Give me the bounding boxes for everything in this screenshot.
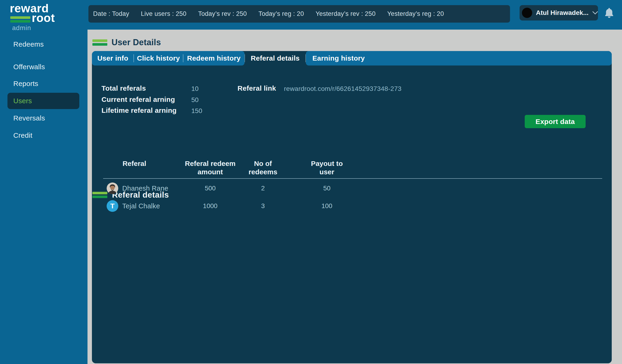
app-logo: reward root admin [10, 3, 55, 32]
stat-yesterdays-reg: Yesterday’s reg : 20 [387, 10, 444, 18]
sidebar-item-label: Credit [13, 131, 32, 139]
double-bars-icon [92, 39, 107, 46]
user-menu[interactable]: Atul Hirawadek... [520, 5, 598, 20]
table-row: T Tejal Chalke 1000 3 100 [92, 200, 612, 212]
tab-group-left: User info Click history Redeem history [92, 51, 245, 66]
bell-icon[interactable] [605, 7, 614, 19]
current-referal-arning-value: 50 [191, 96, 198, 104]
stat-todays-reg: Today’s reg : 20 [258, 10, 304, 18]
tab-label: Redeem history [187, 54, 241, 62]
payout-cell: 100 [322, 202, 332, 210]
tab-referal-details-active[interactable]: Referal details [245, 51, 306, 66]
tab-bar: User info Click history Redeem history R… [92, 51, 612, 66]
tab-user-info[interactable]: User info [92, 51, 134, 66]
referal-user-name: Tejal Chalke [122, 202, 160, 210]
col-header-redeem-amount: Referal redeem amount [185, 159, 236, 176]
tab-earning-history[interactable]: Earning history [306, 51, 612, 66]
stat-yesterdays-rev: Yesterday’s rev : 250 [316, 10, 376, 18]
total-referals-value: 10 [191, 85, 198, 92]
sidebar-item-reversals[interactable]: Reversals [13, 113, 45, 123]
sidebar-item-label: Offerwalls [13, 63, 45, 71]
sidebar-item-credit[interactable]: Credit [13, 130, 32, 141]
tab-label: Click history [137, 54, 180, 62]
tab-separator [245, 54, 245, 62]
sidebar-item-offerwalls[interactable]: Offerwalls [13, 62, 45, 72]
payout-cell: 50 [323, 184, 330, 192]
col-header-payout: Payout to user [311, 159, 343, 176]
logo-bars-icon [10, 16, 30, 23]
stats-bar: Date : Today Live users : 250 Today’s re… [88, 5, 510, 23]
no-of-redeems-cell: 3 [261, 202, 265, 210]
current-referal-arning-label: Current referal arning [101, 95, 175, 104]
sidebar-item-users[interactable]: Users [7, 93, 79, 109]
referal-link-value[interactable]: rewardroot.com/r/66261452937348-273 [284, 85, 402, 92]
lifetime-referal-arning-label: Lifetime referal arning [101, 107, 177, 114]
user-details-panel: User info Click history Redeem history R… [92, 51, 612, 363]
avatar [522, 8, 532, 18]
tab-redeem-history[interactable]: Redeem history [183, 51, 245, 66]
page-title: User Details [112, 37, 161, 47]
stat-live-users: Live users : 250 [141, 10, 186, 18]
page-heading: User Details [92, 36, 161, 49]
referal-link-label: Referal link [237, 84, 276, 92]
person-photo-icon [107, 182, 118, 194]
export-data-button[interactable]: Export data [525, 115, 586, 128]
sidebar-item-label: Users [13, 97, 32, 105]
table-header-divider [103, 178, 602, 179]
user-photo-avatar [107, 182, 118, 194]
stat-todays-rev: Today’s rev : 250 [198, 10, 247, 18]
user-initial-avatar: T [107, 200, 118, 212]
sidebar: reward root admin Redeems Offerwalls Rep… [0, 0, 87, 364]
tab-click-history[interactable]: Click history [134, 51, 183, 66]
total-referals-label: Total referals [101, 84, 146, 92]
tab-label: Referal details [251, 54, 300, 62]
sidebar-item-label: Redeems [13, 40, 44, 48]
col-header-no-of-redeems: No of redeems [249, 159, 277, 176]
stat-date: Date : Today [93, 10, 129, 18]
lifetime-referal-arning-value: 150 [191, 107, 202, 115]
tab-label: Earning history [312, 54, 365, 62]
tab-label: User info [97, 54, 128, 62]
col-header-referal: Referal [122, 159, 146, 168]
sidebar-item-label: Reversals [13, 114, 45, 122]
referal-user-name: Dhanesh Rane [122, 184, 168, 192]
no-of-redeems-cell: 2 [261, 184, 265, 192]
logo-subtitle: admin [12, 24, 55, 32]
logo-word-root: root [32, 13, 55, 23]
chevron-down-icon [592, 11, 598, 15]
redeem-amount-cell: 500 [205, 184, 216, 192]
sidebar-item-label: Reports [13, 80, 38, 88]
redeem-amount-cell: 1000 [203, 202, 217, 210]
sidebar-item-redeems[interactable]: Redeems [13, 39, 44, 49]
sidebar-item-reports[interactable]: Reports [13, 78, 38, 89]
user-name: Atul Hirawadek... [536, 9, 589, 17]
table-row: Dhanesh Rane 500 2 50 [92, 182, 612, 194]
